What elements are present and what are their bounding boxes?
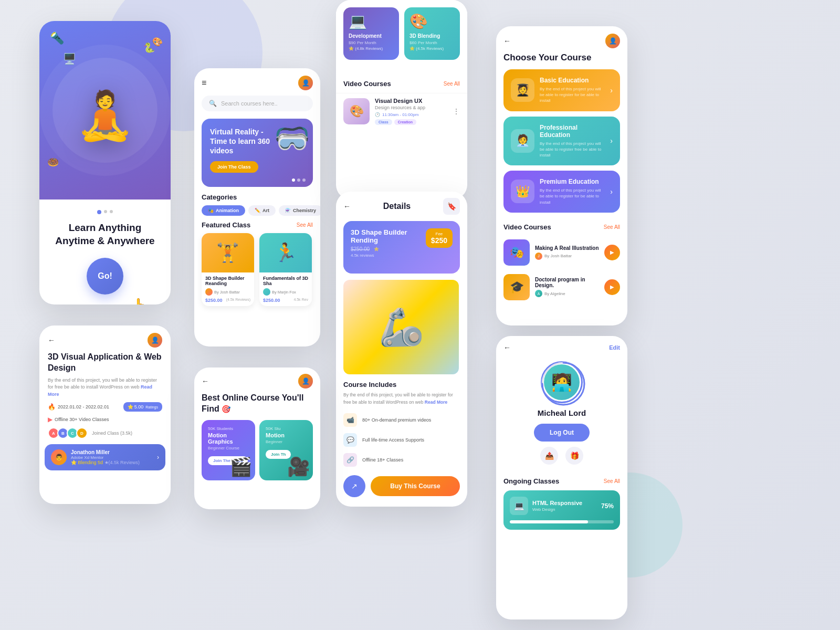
back-button-2[interactable]: ← bbox=[48, 336, 55, 344]
vc-time: 🕐 11:30am - 01:00pm bbox=[375, 112, 447, 117]
progress-ring bbox=[541, 361, 586, 406]
phone-search: ≡ 👤 🔍 Search courses here.. Virtual Real… bbox=[194, 68, 320, 346]
send-icon-btn[interactable]: 📤 bbox=[540, 447, 558, 465]
logout-button[interactable]: Log Out bbox=[534, 424, 590, 442]
see-all-vc[interactable]: See All bbox=[444, 81, 460, 87]
more-options-icon[interactable]: ⋮ bbox=[453, 107, 460, 116]
back-button-6[interactable]: ← bbox=[202, 377, 209, 385]
mini-card-blending[interactable]: 🎨 3D Blending $60 Per Month ⭐ (4.5k Revi… bbox=[404, 7, 460, 60]
cat-chemistry[interactable]: ⚗️ Chemistry bbox=[279, 205, 320, 216]
student-avatars: A B C D Joined Class (3.5k) bbox=[39, 427, 171, 439]
dot2 bbox=[110, 210, 113, 213]
video-item-1[interactable]: 🎭 Making A Real Illustration J By Josh B… bbox=[496, 235, 627, 270]
back-button-5[interactable]: ← bbox=[343, 202, 351, 211]
blend-rating: ⭐ (4.5k Reviews) bbox=[410, 46, 455, 51]
dev-rating: ⭐ (4.8k Reviews) bbox=[349, 46, 394, 51]
video-icon: 📹 bbox=[343, 413, 357, 427]
premium-arrow-icon[interactable]: › bbox=[610, 187, 613, 196]
vr-title: Virtual Reality - Time to learn 360 vide… bbox=[210, 127, 273, 156]
mini-card-development[interactable]: 💻 Development $90 Per Month ⭐ (4.8k Revi… bbox=[343, 7, 399, 60]
hamburger-icon[interactable]: ≡ bbox=[202, 78, 206, 88]
learn-anything-title: Learn Anything Anytime & Anywhere bbox=[50, 222, 160, 247]
blend-icon: 🎨 bbox=[410, 13, 455, 30]
avatar-s4: D bbox=[76, 427, 88, 439]
vr-banner: Virtual Reality - Time to learn 360 vide… bbox=[202, 119, 313, 187]
feat-card-1-author: By Josh Battar bbox=[205, 288, 250, 296]
share-button[interactable]: ↗ bbox=[343, 475, 365, 497]
mentor-info: 👨 Jonathon Miller Adobe Xd Mentor ⭐ Blen… bbox=[51, 449, 140, 465]
animation-icon: 🎭 bbox=[208, 208, 214, 213]
cat-art[interactable]: ✏️ Art bbox=[248, 205, 276, 216]
search-bar[interactable]: 🔍 Search courses here.. bbox=[202, 96, 313, 111]
phone1-body: Learn Anything Anytime & Anywhere Go! 👆 bbox=[39, 200, 171, 304]
profile-action-icons: 📤 🎁 bbox=[540, 447, 583, 465]
bdot-2 bbox=[297, 178, 300, 182]
edit-button[interactable]: Edit bbox=[609, 344, 620, 351]
author-dot-1 bbox=[205, 288, 213, 296]
feat-card-1[interactable]: 🏋️ 3D Shape Builder Reanding By Josh Bat… bbox=[202, 233, 254, 306]
video-author-1: J By Josh Battar bbox=[535, 253, 599, 260]
see-all-featured[interactable]: See All bbox=[297, 222, 313, 228]
play-btn-2[interactable]: ▶ bbox=[604, 279, 620, 295]
feat-card-2[interactable]: 🏃 Fundamentals of 3D Sha By Marjin Fox $… bbox=[259, 233, 312, 306]
hand-emoji: 👆 bbox=[50, 297, 160, 304]
go-button[interactable]: Go! bbox=[87, 258, 123, 295]
video-courses-section: Video Courses See All 🎨 Visual Design UX… bbox=[336, 75, 467, 129]
deco-flashlight: 🔦 bbox=[50, 32, 64, 45]
banner-figure-2: 🎥 bbox=[287, 456, 310, 478]
pro-arrow-icon[interactable]: › bbox=[610, 136, 613, 145]
feat-card-2-footer: $250.00 4.5k Rev bbox=[263, 298, 308, 303]
back-button-7[interactable]: ← bbox=[503, 37, 511, 45]
mentor-avatar: 👨 bbox=[51, 449, 67, 465]
feat-card-1-body: 3D Shape Builder Reanding By Josh Battar… bbox=[202, 272, 254, 306]
featured-header: Featured Class See All bbox=[194, 221, 320, 233]
course-cards-top: 💻 Development $90 Per Month ⭐ (4.8k Revi… bbox=[336, 0, 467, 75]
featured-label: Featured Class bbox=[202, 221, 250, 229]
see-all-phone7[interactable]: See All bbox=[604, 224, 620, 230]
ongoing-card[interactable]: 💻 HTML Responsive Web Design 75% bbox=[503, 490, 620, 530]
target-icon: 🎯 bbox=[222, 405, 230, 413]
vc-title: Video Courses bbox=[343, 80, 391, 88]
join-class-btn[interactable]: Join The Class bbox=[210, 161, 258, 173]
course-hero-info: 3D Shape Builder Rending $250.00 ⭐ 4.5k … bbox=[351, 228, 426, 258]
banner-motion-1[interactable]: 50K Students Motion Graphics Beginner Co… bbox=[202, 420, 255, 480]
course-hero-card: 3D Shape Builder Rending $250.00 ⭐ 4.5k … bbox=[343, 221, 460, 274]
video-info-2: Doctoral program in Design. A By Algelin… bbox=[535, 277, 599, 297]
gift-icon-btn[interactable]: 🎁 bbox=[565, 447, 583, 465]
edu-card-basic[interactable]: 🧑‍🎓 Basic Education By the end of this p… bbox=[503, 69, 620, 111]
deco-paint: 🎨 bbox=[152, 37, 163, 47]
course-3d-image: 🦾 bbox=[343, 280, 459, 374]
include-item-1: 📹 80+ On-demand premium videos bbox=[336, 410, 467, 430]
banner-dots bbox=[292, 178, 306, 182]
basic-arrow-icon[interactable]: › bbox=[610, 86, 613, 94]
vc-header: Video Courses See All bbox=[336, 75, 467, 93]
bookmark-button[interactable]: 🔖 bbox=[443, 198, 460, 215]
buy-this-course-button[interactable]: Buy This Course bbox=[371, 476, 460, 496]
phone2-header: ← 👤 bbox=[39, 326, 171, 352]
vr-figure: 🥽 bbox=[274, 121, 310, 155]
dot-active bbox=[97, 210, 101, 214]
phone7-vc-header: Video Courses See All bbox=[496, 218, 627, 235]
author-avatar-2: A bbox=[535, 290, 542, 297]
read-more-5[interactable]: Read More bbox=[425, 400, 447, 405]
video-item-2[interactable]: 🎓 Doctoral program in Design. A By Algel… bbox=[496, 270, 627, 304]
edu-card-premium[interactable]: 👑 Premium Education By the end of this p… bbox=[503, 171, 620, 213]
video-thumb-2: 🎓 bbox=[503, 274, 530, 300]
edu-card-professional[interactable]: 🧑‍💼 Professional Education By the end of… bbox=[503, 117, 620, 166]
course-includes-title: Course Includes bbox=[336, 381, 467, 392]
vc-item-1[interactable]: 🎨 Visual Design UX Design resources & ap… bbox=[336, 93, 467, 129]
video-thumb-1: 🎭 bbox=[503, 239, 530, 266]
back-button-8[interactable]: ← bbox=[503, 343, 511, 352]
phone7-vc-title: Video Courses bbox=[503, 223, 551, 231]
premium-edu-icon: 👑 bbox=[511, 180, 534, 203]
banner-motion-2[interactable]: 50K Stu Motion Beginner Join Th 🎥 bbox=[259, 420, 313, 480]
chevron-right-icon[interactable]: › bbox=[157, 454, 159, 461]
search-icon: 🔍 bbox=[209, 100, 217, 107]
cat-animation[interactable]: 🎭 Animation bbox=[202, 205, 245, 216]
feat-card-2-image: 🏃 bbox=[259, 233, 312, 272]
play-btn-1[interactable]: ▶ bbox=[604, 245, 620, 260]
best-online-title: Best Online Course You'll Find 🎯 bbox=[194, 393, 320, 420]
see-all-ongoing[interactable]: See All bbox=[604, 478, 620, 484]
mentor-rating: ⭐ Blending 5d ★(4.5k Reviews) bbox=[71, 460, 140, 465]
search-placeholder: Search courses here.. bbox=[221, 100, 278, 107]
